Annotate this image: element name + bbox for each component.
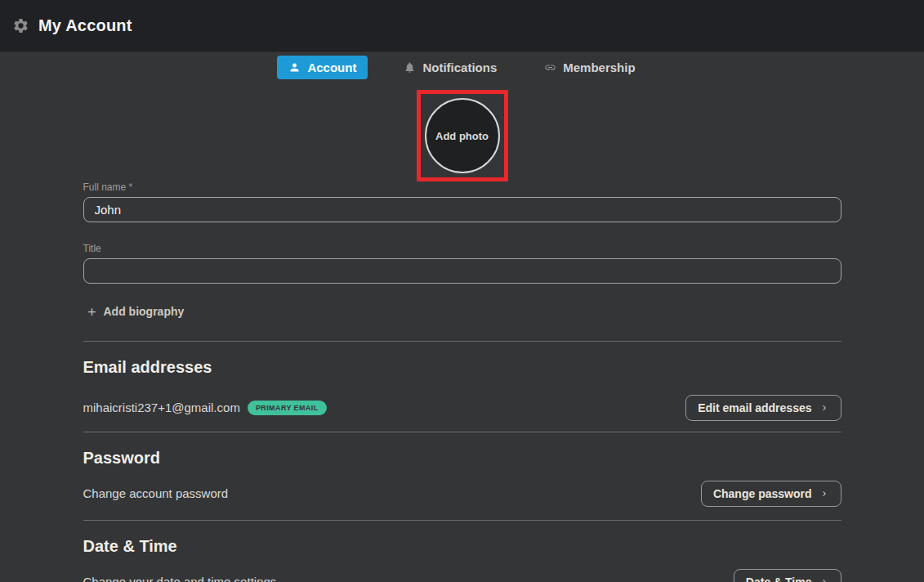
chevron-right-icon [819,489,829,499]
change-password-button[interactable]: Change password [701,481,841,507]
primary-email-badge: PRIMARY EMAIL [248,401,327,415]
date-time-button[interactable]: Date & Time [734,569,841,582]
chevron-right-icon [819,577,829,582]
add-biography-label: Add biography [104,305,185,318]
title-input[interactable] [83,258,841,284]
email-section-heading: Email addresses [83,358,841,377]
datetime-section-heading: Date & Time [83,537,841,556]
gear-icon [12,17,29,34]
tab-membership[interactable]: Membership [533,56,646,79]
account-tab-bar: Account Notifications Membership [0,51,924,80]
full-name-input[interactable] [83,197,841,222]
highlight-box: Add photo [417,90,508,181]
password-row: Change account password Change password [83,481,841,507]
password-description: Change account password [83,486,229,500]
tab-notifications[interactable]: Notifications [392,56,508,79]
account-form: Full name * Title Add biography Email ad… [83,181,841,582]
page-title: My Account [38,16,132,35]
section-divider [83,520,841,521]
tab-account[interactable]: Account [277,56,368,79]
datetime-row: Change your date and time settings Date … [83,569,841,582]
tab-label: Account [307,60,356,74]
app-header: My Account [0,0,924,51]
add-photo-button[interactable]: Add photo [425,98,500,173]
edit-email-addresses-button[interactable]: Edit email addresses [685,395,841,421]
datetime-description: Change your date and time settings [83,575,277,582]
user-icon [288,61,301,74]
button-label: Date & Time [746,575,812,582]
email-address: mihaicristi237+1@gmail.com [83,401,240,414]
section-divider [83,341,841,342]
section-divider [83,432,841,432]
button-label: Change password [713,487,812,500]
title-label: Title [83,243,841,254]
full-name-label: Full name * [83,181,841,193]
email-row: mihaicristi237+1@gmail.com PRIMARY EMAIL… [83,395,841,421]
tab-label: Notifications [422,60,497,74]
plus-icon [86,306,98,318]
button-label: Edit email addresses [698,401,811,414]
chevron-right-icon [819,403,829,413]
bell-icon [404,61,416,74]
tab-label: Membership [563,60,635,74]
add-photo-label: Add photo [435,130,489,142]
photo-section: Add photo [0,90,924,181]
add-biography-button[interactable]: Add biography [86,305,185,318]
link-icon [544,61,556,74]
password-section-heading: Password [83,449,841,468]
